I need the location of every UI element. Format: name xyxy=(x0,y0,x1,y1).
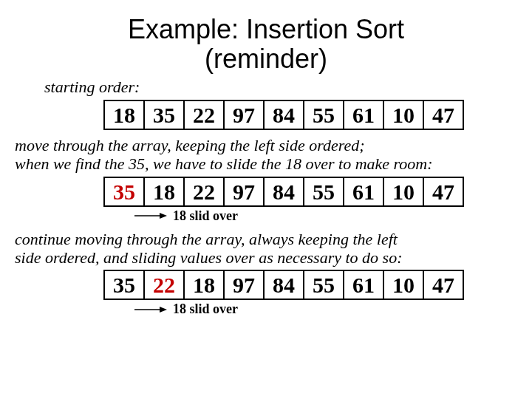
array-cell: 47 xyxy=(423,100,463,129)
array-cell: 35 xyxy=(104,270,144,299)
array-cell: 10 xyxy=(383,270,423,299)
desc-1-line-b: when we find the 35, we have to slide th… xyxy=(15,154,433,173)
array-cell: 55 xyxy=(304,100,344,129)
svg-marker-1 xyxy=(160,213,167,219)
array-cell: 22 xyxy=(184,177,224,206)
array-cell: 97 xyxy=(224,100,264,129)
slid-note-2-text: 18 slid over xyxy=(173,208,238,224)
array-cell: 84 xyxy=(264,177,304,206)
desc-2-line-b: side ordered, and sliding values over as… xyxy=(15,248,402,267)
array-1-wrap: 183522978455611047 xyxy=(103,100,517,130)
desc-2: continue moving through the array, alway… xyxy=(15,230,517,267)
slid-note-2: 18 slid over xyxy=(133,208,517,224)
array-cell: 61 xyxy=(344,177,383,206)
array-cell: 84 xyxy=(264,100,304,129)
array-cell: 97 xyxy=(224,177,264,206)
desc-1: move through the array, keeping the left… xyxy=(15,136,517,174)
page-title: Example: Insertion Sort (reminder) xyxy=(15,15,517,73)
array-cell: 18 xyxy=(184,270,224,299)
slid-note-3-text: 18 slid over xyxy=(173,301,238,317)
svg-marker-3 xyxy=(160,307,167,313)
array-cell: 35 xyxy=(104,177,144,206)
array-2-wrap: 351822978455611047 xyxy=(103,177,517,207)
array-cell: 22 xyxy=(184,100,224,129)
array-cell: 22 xyxy=(144,270,184,299)
array-cell: 10 xyxy=(383,177,423,206)
array-cell: 10 xyxy=(383,100,423,129)
array-cell: 61 xyxy=(344,270,383,299)
title-line-2: (reminder) xyxy=(205,44,327,74)
desc-2-line-a: continue moving through the array, alway… xyxy=(15,230,398,248)
slid-note-3: 18 slid over xyxy=(133,301,517,317)
array-1: 183522978455611047 xyxy=(103,100,464,130)
desc-1-line-a: move through the array, keeping the left… xyxy=(15,136,365,154)
title-line-1: Example: Insertion Sort xyxy=(128,14,404,44)
array-cell: 47 xyxy=(423,270,463,299)
array-cell: 18 xyxy=(144,177,184,206)
array-3-wrap: 352218978455611047 xyxy=(103,270,517,300)
caption-starting-order: starting order: xyxy=(44,78,517,97)
array-cell: 47 xyxy=(423,177,463,206)
array-cell: 61 xyxy=(344,100,383,129)
arrow-icon xyxy=(133,211,167,221)
array-cell: 18 xyxy=(104,100,144,129)
arrow-icon xyxy=(133,304,167,315)
array-3: 352218978455611047 xyxy=(103,270,464,300)
array-cell: 97 xyxy=(224,270,264,299)
array-cell: 55 xyxy=(304,270,344,299)
array-cell: 55 xyxy=(304,177,344,206)
array-2: 351822978455611047 xyxy=(103,177,464,207)
array-cell: 84 xyxy=(264,270,304,299)
array-cell: 35 xyxy=(144,100,184,129)
